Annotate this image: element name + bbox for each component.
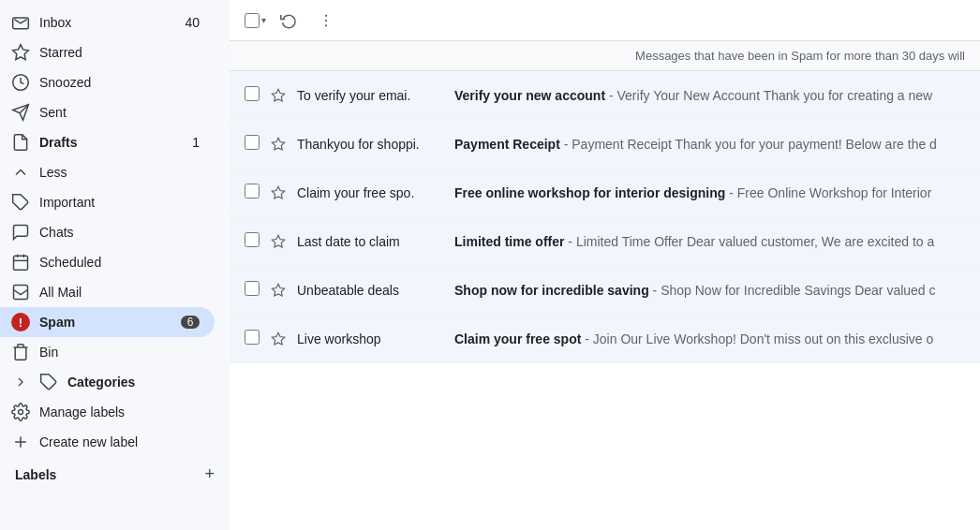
svg-point-14 — [325, 19, 327, 21]
sender-6: Live workshop — [297, 331, 447, 346]
labels-title: Labels — [15, 467, 56, 482]
starred-label: Starred — [39, 45, 200, 60]
email-row[interactable]: Unbeatable deals Shop now for incredible… — [230, 266, 980, 315]
subject-snippet-1: Verify your new account - Verify Your Ne… — [454, 88, 965, 103]
subject-5: Shop now for incredible saving — [454, 283, 649, 298]
snoozed-label: Snoozed — [39, 75, 200, 90]
sidebar-item-important[interactable]: Important — [0, 187, 215, 217]
sidebar-item-snoozed[interactable]: Snoozed — [0, 67, 215, 97]
sidebar-item-categories[interactable]: Categories — [0, 367, 215, 397]
star-button-4[interactable] — [271, 234, 290, 249]
sender-3: Claim your free spo. — [297, 185, 447, 200]
chat-icon — [11, 223, 30, 242]
drafts-label: Drafts — [39, 135, 183, 150]
svg-marker-17 — [272, 138, 284, 150]
sender-4: Last date to claim — [297, 234, 447, 249]
svg-marker-18 — [272, 186, 284, 199]
refresh-button[interactable] — [274, 6, 304, 36]
sidebar-item-all-mail[interactable]: All Mail — [0, 277, 215, 307]
labels-section: Labels + — [0, 461, 230, 488]
sidebar-item-starred[interactable]: Starred — [0, 37, 215, 67]
subject-snippet-5: Shop now for incredible saving - Shop No… — [454, 283, 965, 298]
sidebar-item-create-label[interactable]: Create new label — [0, 427, 215, 457]
row-checkbox-1[interactable] — [245, 86, 263, 104]
all-mail-label: All Mail — [39, 285, 200, 300]
subject-1: Verify your new account — [454, 88, 605, 103]
star-button-6[interactable] — [271, 331, 290, 346]
less-label: Less — [39, 165, 200, 180]
select-all-wrap[interactable]: ▾ — [245, 13, 266, 28]
more-options-button[interactable] — [311, 6, 341, 36]
sidebar: Inbox 40 Starred Snoozed Sent Drafts 1 — [0, 0, 230, 530]
snippet-1: - Verify Your New Account Thank you for … — [605, 88, 932, 103]
sidebar-item-bin[interactable]: Bin — [0, 337, 215, 367]
labels-add-icon[interactable]: + — [204, 464, 215, 484]
star-button-2[interactable] — [271, 137, 290, 152]
spam-notice-text: Messages that have been in Spam for more… — [635, 49, 965, 63]
subject-3: Free online workshop for interior design… — [454, 185, 725, 200]
email-list: To verify your emai. Verify your new acc… — [230, 71, 980, 530]
subject-snippet-2: Payment Receipt - Payment Receipt Thank … — [454, 137, 965, 152]
subject-snippet-3: Free online workshop for interior design… — [454, 185, 965, 200]
inbox-badge: 40 — [185, 15, 200, 30]
svg-marker-20 — [272, 284, 284, 296]
gear-icon — [11, 403, 30, 421]
sidebar-item-less[interactable]: Less — [0, 157, 215, 187]
send-icon — [11, 103, 30, 122]
row-checkbox-2[interactable] — [245, 135, 263, 153]
subject-snippet-6: Claim your free spot - Join Our Live Wor… — [454, 331, 965, 346]
schedule-icon — [11, 253, 30, 272]
manage-labels-label: Manage labels — [39, 405, 200, 420]
sidebar-item-drafts[interactable]: Drafts 1 — [0, 127, 215, 157]
spam-badge: 6 — [181, 316, 200, 329]
toolbar: ▾ — [230, 0, 980, 41]
star-button-5[interactable] — [271, 283, 290, 298]
subject-6: Claim your free spot — [454, 331, 581, 346]
svg-marker-21 — [272, 332, 284, 345]
sidebar-item-scheduled[interactable]: Scheduled — [0, 247, 215, 277]
select-dropdown-icon[interactable]: ▾ — [261, 15, 266, 25]
svg-point-15 — [325, 24, 327, 26]
inbox-label: Inbox — [39, 15, 175, 30]
inbox-icon — [11, 13, 30, 32]
clock-icon — [11, 73, 30, 92]
main-content: ▾ Messages that have been in Spam for mo… — [230, 0, 980, 530]
snippet-6: - Join Our Live Workshop! Don't miss out… — [581, 331, 933, 346]
star-icon — [11, 43, 30, 62]
email-row[interactable]: Thankyou for shoppi. Payment Receipt - P… — [230, 120, 980, 169]
create-label-label: Create new label — [39, 434, 200, 449]
chevron-right-icon — [11, 373, 30, 391]
all-mail-icon — [11, 283, 30, 302]
drafts-icon — [11, 133, 30, 152]
svg-marker-1 — [13, 45, 29, 60]
email-row[interactable]: Claim your free spo. Free online worksho… — [230, 169, 980, 217]
plus-icon — [11, 433, 30, 451]
email-row[interactable]: Live workshop Claim your free spot - Joi… — [230, 315, 980, 363]
snippet-3: - Free Online Workshop for Interior — [725, 185, 931, 200]
row-checkbox-3[interactable] — [245, 184, 263, 201]
svg-marker-16 — [272, 89, 284, 101]
star-button-1[interactable] — [271, 88, 290, 103]
label-icon — [11, 193, 30, 212]
svg-marker-19 — [272, 235, 284, 247]
row-checkbox-6[interactable] — [245, 330, 263, 347]
email-row[interactable]: Last date to claim Limited time offer - … — [230, 217, 980, 266]
tag-icon — [39, 373, 58, 391]
email-row[interactable]: To verify your emai. Verify your new acc… — [230, 71, 980, 120]
row-checkbox-5[interactable] — [245, 281, 263, 299]
sidebar-item-chats[interactable]: Chats — [0, 217, 215, 247]
star-button-3[interactable] — [271, 185, 290, 200]
sent-label: Sent — [39, 105, 200, 120]
sidebar-item-manage-labels[interactable]: Manage labels — [0, 397, 215, 427]
spam-label: Spam — [39, 315, 171, 330]
subject-snippet-4: Limited time offer - Limited Time Offer … — [454, 234, 965, 249]
sidebar-item-spam[interactable]: ! Spam 6 — [0, 307, 215, 337]
svg-point-10 — [19, 410, 23, 415]
bin-label: Bin — [39, 345, 200, 360]
select-all-checkbox[interactable] — [245, 13, 260, 28]
sidebar-item-inbox[interactable]: Inbox 40 — [0, 7, 215, 37]
categories-label: Categories — [67, 375, 200, 390]
row-checkbox-4[interactable] — [245, 232, 263, 250]
sidebar-item-sent[interactable]: Sent — [0, 97, 215, 127]
svg-rect-5 — [14, 256, 28, 270]
